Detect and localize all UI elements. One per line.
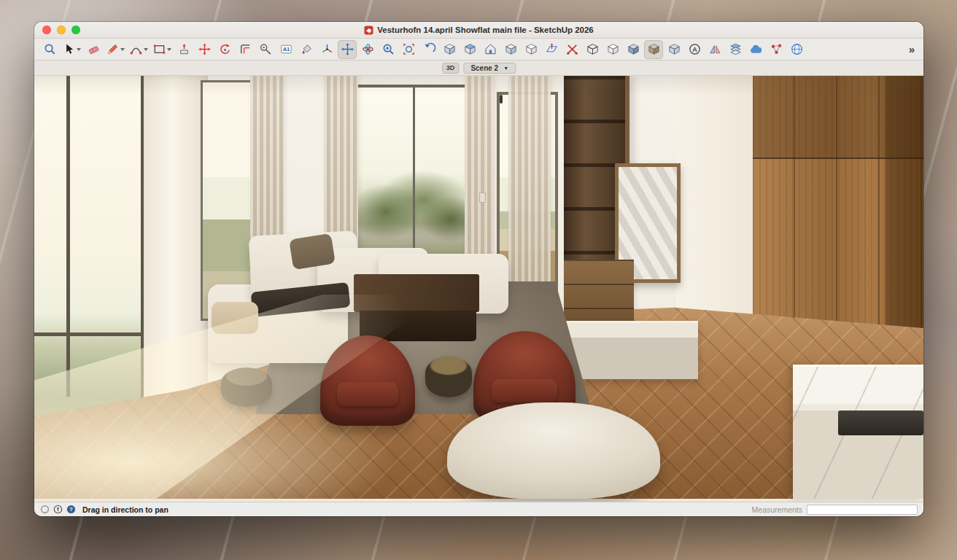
- push-pull-icon: [177, 42, 191, 56]
- flip-tool-button[interactable]: [705, 40, 724, 59]
- zoom-tool-button[interactable]: [379, 40, 398, 59]
- xray-style-tool-button[interactable]: [665, 40, 683, 59]
- paint-bucket-icon: [300, 42, 314, 56]
- 3d-warehouse-icon: [749, 42, 763, 56]
- back-view-icon: [524, 42, 538, 56]
- measurements-input[interactable]: [807, 505, 918, 515]
- render-kitchen-counter: [793, 365, 923, 499]
- render-light-switch: [479, 192, 486, 203]
- front-view-tool-button[interactable]: [481, 40, 500, 59]
- hidden-line-style-icon: [606, 42, 620, 56]
- component-tool-button[interactable]: A: [685, 40, 704, 59]
- shaded-style-tool-button[interactable]: [624, 40, 643, 59]
- tags-tool-button[interactable]: [726, 40, 745, 59]
- component-icon: A: [688, 42, 702, 56]
- mode-badge[interactable]: 3D: [442, 63, 460, 74]
- wireframe-style-tool-button[interactable]: [583, 40, 602, 59]
- iso-view-tool-button[interactable]: [440, 40, 459, 59]
- line-icon: [106, 42, 120, 56]
- line-tool-button[interactable]: [104, 40, 126, 59]
- rotate-tool-button[interactable]: [215, 40, 234, 59]
- render-side-table: [425, 357, 472, 397]
- axes-tool-button[interactable]: [317, 40, 336, 59]
- paint-bucket-tool-button[interactable]: [297, 40, 316, 59]
- move-tool-button[interactable]: [195, 40, 214, 59]
- shaded-style-icon: [627, 42, 640, 56]
- status-hint: Drag in direction to pan: [82, 505, 168, 514]
- search-tool-button[interactable]: [40, 40, 59, 59]
- toolbar: A1A »: [34, 39, 923, 61]
- render-ottoman: [447, 402, 660, 499]
- svg-text:A1: A1: [282, 46, 290, 52]
- two-point-arc-tool-button[interactable]: [128, 40, 150, 59]
- render-window-frame: [34, 332, 144, 336]
- render-coffee-table: [354, 274, 479, 312]
- section-plane-icon: [545, 42, 559, 56]
- dropdown-caret-icon: [120, 48, 125, 51]
- extension-warehouse-tool-button[interactable]: [767, 40, 786, 59]
- minimize-button[interactable]: [57, 26, 66, 34]
- scene-tab-bar: 3D Scene 2 ▼: [34, 61, 923, 76]
- scene-tab-label: Scene 2: [470, 64, 498, 72]
- scene-tab[interactable]: Scene 2 ▼: [463, 63, 516, 74]
- status-up-arrow-icon[interactable]: [53, 505, 63, 514]
- 3d-viewport[interactable]: [34, 76, 923, 502]
- render-side-table: [221, 368, 272, 407]
- text-tool-button[interactable]: A1: [276, 40, 295, 59]
- sketchup-window: Vesturhofn 14.april Showflat main file -…: [34, 22, 923, 516]
- add-location-tool-button[interactable]: [787, 40, 806, 59]
- section-plane-tool-button[interactable]: [542, 40, 561, 59]
- zoom-icon: [381, 42, 395, 56]
- rectangle-icon: [152, 42, 166, 56]
- back-view-tool-button[interactable]: [522, 40, 541, 59]
- text-icon: A1: [279, 42, 293, 56]
- eraser-icon: [87, 42, 101, 56]
- axes-icon: [320, 42, 334, 56]
- toolbar-overflow-button[interactable]: »: [906, 43, 918, 55]
- section-cut-icon: [565, 42, 579, 56]
- traffic-lights: [42, 26, 80, 34]
- eraser-tool-button[interactable]: [84, 40, 103, 59]
- rotate-icon: [218, 42, 232, 56]
- scene-tab-group: 3D Scene 2 ▼: [442, 63, 516, 74]
- status-circle-icon[interactable]: [40, 505, 50, 514]
- tape-measure-tool-button[interactable]: [256, 40, 275, 59]
- orbit-tool-button[interactable]: [358, 40, 377, 59]
- svg-text:?: ?: [69, 506, 73, 513]
- hidden-line-style-tool-button[interactable]: [603, 40, 622, 59]
- tape-measure-icon: [259, 42, 273, 56]
- shaded-textures-style-tool-button[interactable]: [644, 40, 663, 59]
- close-button[interactable]: [42, 26, 51, 34]
- previous-view-tool-button[interactable]: [419, 40, 438, 59]
- window-title: Vesturhofn 14.april Showflat main file -…: [377, 26, 594, 34]
- zoom-extents-icon: [402, 42, 416, 56]
- scene-dropdown-icon[interactable]: ▼: [503, 66, 508, 71]
- dropdown-caret-icon: [144, 48, 148, 51]
- pan-tool-button[interactable]: [338, 40, 357, 59]
- render-curtain: [508, 76, 551, 316]
- measurements-label: Measurements: [752, 505, 802, 514]
- xray-style-icon: [667, 42, 681, 56]
- zoom-extents-tool-button[interactable]: [399, 40, 418, 59]
- render-cooktop: [838, 411, 923, 435]
- 3d-warehouse-tool-button[interactable]: [746, 40, 765, 59]
- select-icon: [62, 42, 76, 56]
- svg-text:A: A: [692, 46, 697, 53]
- help-icon[interactable]: ?: [66, 505, 76, 514]
- title-wrap: Vesturhofn 14.april Showflat main file -…: [364, 26, 594, 35]
- statusbar: ? Drag in direction to pan Measurements: [34, 502, 923, 516]
- rectangle-tool-button[interactable]: [151, 40, 173, 59]
- right-view-tool-button[interactable]: [501, 40, 520, 59]
- tags-icon: [729, 42, 743, 56]
- zoom-button[interactable]: [71, 26, 80, 34]
- offset-icon: [239, 42, 252, 56]
- select-tool-button[interactable]: [61, 40, 82, 59]
- top-view-tool-button[interactable]: [460, 40, 479, 59]
- iso-view-icon: [443, 42, 457, 56]
- desktop-background: Vesturhofn 14.april Showflat main file -…: [0, 0, 957, 560]
- titlebar[interactable]: Vesturhofn 14.april Showflat main file -…: [34, 22, 923, 39]
- offset-tool-button[interactable]: [236, 40, 255, 59]
- shaded-textures-style-icon: [647, 42, 661, 56]
- push-pull-tool-button[interactable]: [174, 40, 193, 59]
- section-cut-tool-button[interactable]: [562, 40, 581, 59]
